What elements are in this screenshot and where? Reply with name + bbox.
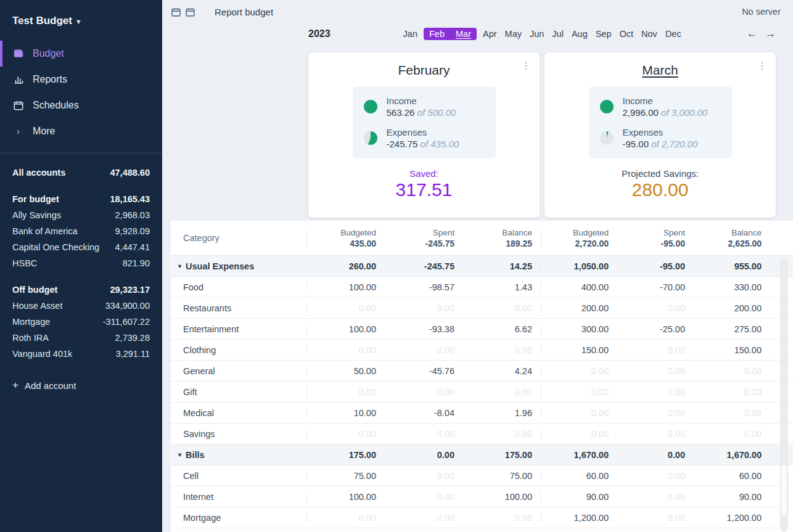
month-may[interactable]: May xyxy=(505,29,522,39)
spent-cell[interactable]: 0.00 xyxy=(617,366,694,376)
balance-cell[interactable]: 0.00 xyxy=(463,345,541,355)
budgeted-cell[interactable]: 75.00 xyxy=(306,471,385,481)
spent-cell[interactable]: -245.75 xyxy=(385,261,463,271)
balance-cell[interactable]: 0.00 xyxy=(463,513,541,523)
budgeted-cell[interactable]: 0.00 xyxy=(306,345,385,355)
spent-cell[interactable]: -93.38 xyxy=(385,324,463,334)
spent-cell[interactable]: 0.00 xyxy=(617,471,694,481)
budgeted-cell[interactable]: 100.00 xyxy=(306,282,385,292)
spent-cell[interactable]: 0.00 xyxy=(617,387,694,397)
spent-cell[interactable]: 0.00 xyxy=(385,492,463,502)
balance-cell[interactable]: 1.43 xyxy=(463,282,541,292)
category-row-medical[interactable]: Medical 10.00 -8.04 1.96 0.00 0.00 0.00 xyxy=(171,403,793,424)
budgeted-cell[interactable]: 300.00 xyxy=(541,324,617,334)
calendar-multi-view-icon[interactable] xyxy=(185,7,195,17)
account-row-bank-of-america[interactable]: Bank of America 9,928.09 xyxy=(12,223,150,239)
spent-cell[interactable]: -45.76 xyxy=(385,366,463,376)
next-month-arrow-icon[interactable]: → xyxy=(765,28,776,40)
add-account-button[interactable]: + Add account xyxy=(12,379,150,391)
category-row-internet[interactable]: Internet 100.00 0.00 100.00 90.00 0.00 9… xyxy=(171,486,793,507)
category-name[interactable]: Entertainment xyxy=(171,324,306,334)
balance-cell[interactable]: 60.00 xyxy=(694,471,770,481)
vertical-scrollbar[interactable] xyxy=(780,258,788,532)
sidebar-item-more[interactable]: › More xyxy=(0,118,162,144)
spent-cell[interactable]: 0.00 xyxy=(385,303,463,313)
collapse-group-icon[interactable]: ▾ xyxy=(178,263,181,269)
balance-cell[interactable]: 1,200.00 xyxy=(694,513,770,523)
budgeted-cell[interactable]: 60.00 xyxy=(541,471,617,481)
month-jan[interactable]: Jan xyxy=(403,29,417,39)
report-budget-button[interactable]: Report budget xyxy=(215,7,273,17)
balance-cell[interactable]: 75.00 xyxy=(463,471,541,481)
budgeted-cell[interactable]: 0.00 xyxy=(541,366,617,376)
sidebar-item-budget[interactable]: Budget xyxy=(0,41,162,67)
budgeted-cell[interactable]: 10.00 xyxy=(306,408,385,418)
account-row-vanguard-401k[interactable]: Vanguard 401k 3,291.11 xyxy=(12,346,150,362)
budgeted-cell[interactable]: 0.00 xyxy=(306,303,385,313)
category-name[interactable]: Cell xyxy=(171,471,306,481)
month-nov[interactable]: Nov xyxy=(641,29,657,39)
balance-cell[interactable]: 955.00 xyxy=(694,261,770,271)
sidebar-item-schedules[interactable]: Schedules xyxy=(0,92,162,118)
category-row-cell[interactable]: Cell 75.00 0.00 75.00 60.00 0.00 60.00 xyxy=(171,465,793,486)
no-server-button[interactable]: No server xyxy=(742,7,781,17)
category-row-entertainment[interactable]: Entertainment 100.00 -93.38 6.62 300.00 … xyxy=(171,319,793,340)
category-name[interactable]: Savings xyxy=(171,429,306,439)
balance-cell[interactable]: 6.62 xyxy=(463,324,541,334)
category-row-gift[interactable]: Gift 0.00 0.00 0.00 0.00 0.00 0.00 xyxy=(171,382,793,403)
balance-cell[interactable]: 0.00 xyxy=(694,429,770,439)
kebab-menu-icon[interactable]: ⋮ xyxy=(521,61,531,71)
budgeted-cell[interactable]: 0.00 xyxy=(541,387,617,397)
category-name[interactable]: Restaurants xyxy=(171,303,306,313)
month-mar[interactable]: Mar xyxy=(450,28,477,40)
month-aug[interactable]: Aug xyxy=(572,29,588,39)
spent-cell[interactable]: 0.00 xyxy=(617,408,694,418)
collapse-group-icon[interactable]: ▾ xyxy=(178,451,181,458)
spent-cell[interactable]: 0.00 xyxy=(617,513,694,523)
mar-budgeted-total[interactable]: 2,720.00 xyxy=(541,239,609,248)
budgeted-cell[interactable]: 1,670.00 xyxy=(541,450,617,460)
budgeted-cell[interactable]: 0.00 xyxy=(541,429,617,439)
spent-cell[interactable]: -70.00 xyxy=(617,282,694,292)
balance-cell[interactable]: 14.25 xyxy=(463,261,541,271)
february-card-title[interactable]: February xyxy=(308,63,540,78)
all-accounts-row[interactable]: All accounts 47,488.60 xyxy=(12,165,150,181)
spent-cell[interactable]: 0.00 xyxy=(385,513,463,523)
balance-cell[interactable]: 4.24 xyxy=(463,366,541,376)
balance-cell[interactable]: 150.00 xyxy=(694,345,770,355)
spent-cell[interactable]: -95.00 xyxy=(617,261,694,271)
spent-cell[interactable]: 0.00 xyxy=(385,387,463,397)
feb-budgeted-total[interactable]: 435.00 xyxy=(307,239,376,248)
budgeted-cell[interactable]: 400.00 xyxy=(541,282,617,292)
for-budget-row[interactable]: For budget 18,165.43 xyxy=(12,191,150,207)
budgeted-cell[interactable]: 100.00 xyxy=(306,324,385,334)
group-row-usual-expenses[interactable]: ▾Usual Expenses 260.00 -245.75 14.25 1,0… xyxy=(171,256,793,277)
feb-spent-total[interactable]: -245.75 xyxy=(385,239,454,248)
account-row-house-asset[interactable]: House Asset 334,900.00 xyxy=(12,298,150,314)
balance-cell[interactable]: 330.00 xyxy=(694,282,770,292)
balance-cell[interactable]: 100.00 xyxy=(463,492,541,502)
kebab-menu-icon[interactable]: ⋮ xyxy=(757,61,767,71)
category-name[interactable]: Medical xyxy=(171,408,306,418)
balance-cell[interactable]: 0.00 xyxy=(694,387,770,397)
spent-cell[interactable]: -98.57 xyxy=(385,282,463,292)
account-row-mortgage[interactable]: Mortgage -311,607.22 xyxy=(12,314,150,330)
spent-cell[interactable]: 0.00 xyxy=(617,345,694,355)
month-jul[interactable]: Jul xyxy=(552,29,564,39)
month-oct[interactable]: Oct xyxy=(620,29,634,39)
budgeted-cell[interactable]: 1,200.00 xyxy=(541,513,617,523)
account-row-hsbc[interactable]: HSBC 821.90 xyxy=(12,255,150,271)
group-name[interactable]: Usual Expenses xyxy=(186,261,254,271)
category-row-food[interactable]: Food 100.00 -98.57 1.43 400.00 -70.00 33… xyxy=(171,277,793,298)
month-jun[interactable]: Jun xyxy=(530,29,544,39)
balance-cell[interactable]: 0.00 xyxy=(463,387,541,397)
mar-spent-total[interactable]: -95.00 xyxy=(617,239,685,248)
balance-cell[interactable]: 0.00 xyxy=(694,366,770,376)
budgeted-cell[interactable]: 0.00 xyxy=(306,513,385,523)
category-name[interactable]: Clothing xyxy=(171,345,306,355)
category-name[interactable]: Gift xyxy=(171,387,306,397)
spent-cell[interactable]: 0.00 xyxy=(617,492,694,502)
off-budget-row[interactable]: Off budget 29,323.17 xyxy=(12,282,150,298)
sidebar-item-reports[interactable]: Reports xyxy=(0,67,162,92)
spent-cell[interactable]: 0.00 xyxy=(385,450,463,460)
